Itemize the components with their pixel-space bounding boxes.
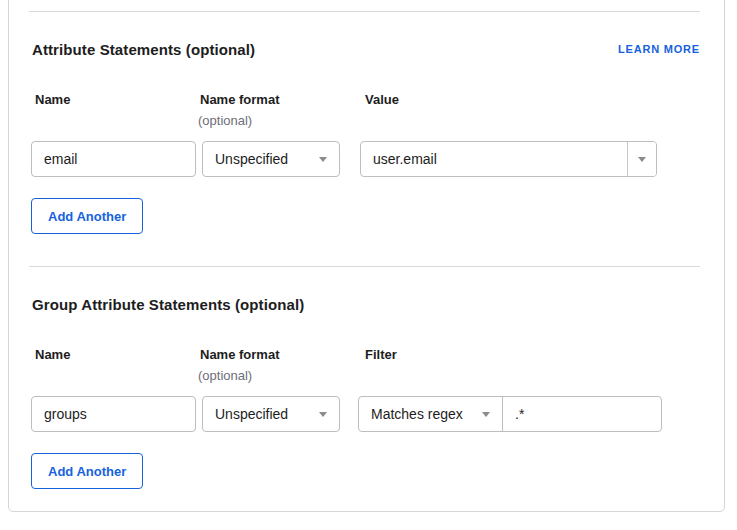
column-label-filter: Filter xyxy=(365,347,397,362)
add-another-attribute-button[interactable]: Add Another xyxy=(31,198,143,234)
attribute-name-input[interactable] xyxy=(31,141,196,177)
column-label-name: Name xyxy=(35,92,70,107)
group-filter-group: Matches regex xyxy=(358,396,662,432)
column-label-name-format: Name format xyxy=(200,347,279,362)
attribute-value-combobox xyxy=(360,141,657,177)
column-note-optional: (optional) xyxy=(198,113,252,128)
chevron-down-icon xyxy=(319,412,327,417)
group-filter-type-value: Matches regex xyxy=(371,406,463,422)
attribute-name-format-value: Unspecified xyxy=(215,151,288,167)
group-attribute-name-input[interactable] xyxy=(31,396,196,432)
section-divider xyxy=(29,11,700,12)
attribute-statements-title: Attribute Statements (optional) xyxy=(32,41,255,58)
settings-card xyxy=(8,0,725,512)
learn-more-link[interactable]: LEARN MORE xyxy=(618,43,700,55)
group-attribute-name-format-value: Unspecified xyxy=(215,406,288,422)
column-label-name-format: Name format xyxy=(200,92,279,107)
chevron-down-icon xyxy=(319,157,327,162)
attribute-value-input[interactable] xyxy=(361,142,627,176)
group-filter-type-select[interactable]: Matches regex xyxy=(359,397,503,431)
section-divider xyxy=(29,266,700,267)
attribute-value-dropdown-button[interactable] xyxy=(627,142,656,176)
column-note-optional: (optional) xyxy=(198,368,252,383)
attribute-name-format-select[interactable]: Unspecified xyxy=(202,141,340,177)
chevron-down-icon xyxy=(482,412,490,417)
group-filter-value-input[interactable] xyxy=(503,397,661,431)
chevron-down-icon xyxy=(638,157,646,162)
add-another-group-attribute-button[interactable]: Add Another xyxy=(31,453,143,489)
column-label-value: Value xyxy=(365,92,399,107)
column-label-name: Name xyxy=(35,347,70,362)
group-attribute-name-format-select[interactable]: Unspecified xyxy=(202,396,340,432)
group-attribute-statements-title: Group Attribute Statements (optional) xyxy=(32,296,304,313)
